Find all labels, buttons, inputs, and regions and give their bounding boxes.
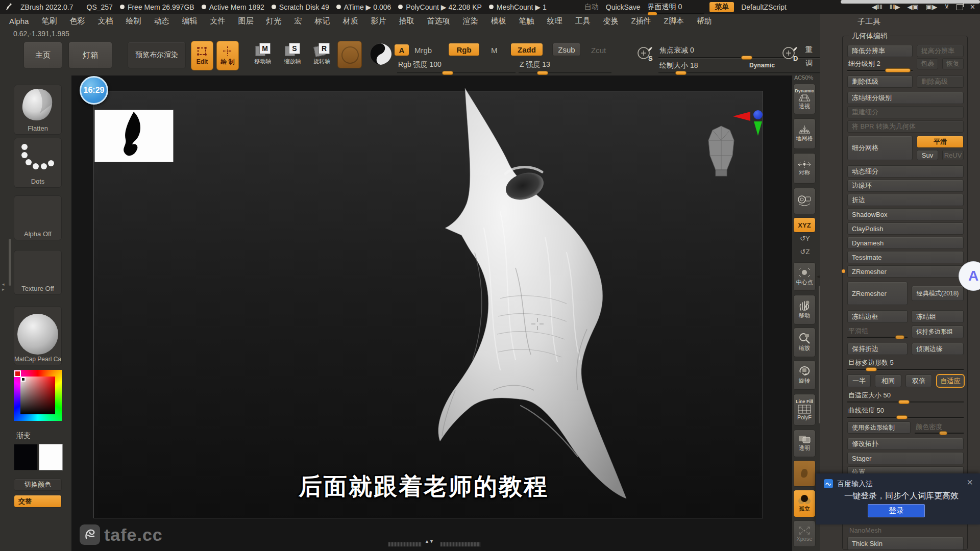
menu-picker[interactable]: 拾取 <box>399 16 414 26</box>
crease-row[interactable]: 折边 <box>847 194 964 206</box>
menu-draw[interactable]: 绘制 <box>126 16 141 26</box>
solo-button[interactable]: 孤立 <box>793 490 816 517</box>
lower-res-button[interactable]: 降低分辨率 <box>847 45 913 57</box>
divide-button[interactable]: 细分网格 <box>847 136 913 160</box>
adaptive-button[interactable]: 自适应 <box>936 374 965 388</box>
menu-zplugin[interactable]: Z插件 <box>631 16 651 26</box>
freeze-subdiv-button[interactable]: 冻结细分级别 <box>847 92 964 104</box>
restore-button[interactable] <box>957 4 963 10</box>
keep-creases-button[interactable]: 保持折边 <box>847 343 908 355</box>
edgeloop-row[interactable]: 边缘环 <box>847 180 964 192</box>
menu-zscript[interactable]: Z脚本 <box>664 16 684 26</box>
zscript-label[interactable]: DefaultZScript <box>741 3 787 11</box>
polyframe-button[interactable]: Line Fill PolyF <box>793 394 816 425</box>
alpha-slot-button[interactable]: Alpha Off <box>14 195 62 240</box>
menu-light[interactable]: 灯光 <box>266 16 281 26</box>
anchor-mode-button[interactable]: A <box>394 44 409 56</box>
quicksave-button[interactable]: QuickSave <box>606 3 641 11</box>
clipped-shelf-buttons[interactable]: 重调 <box>805 43 817 69</box>
menu-macro[interactable]: 宏 <box>294 16 302 26</box>
menu-edit[interactable]: 编辑 <box>182 16 197 26</box>
menu-transform[interactable]: 变换 <box>603 16 618 26</box>
axis-y-icon[interactable] <box>754 121 762 136</box>
zcut-button[interactable]: Zcut <box>591 46 606 55</box>
dynamic-label[interactable]: Dynamic <box>749 62 775 69</box>
focal-falloff-slider[interactable] <box>658 57 827 61</box>
stroke-preview-button[interactable] <box>369 42 393 66</box>
color-picker[interactable] <box>14 370 62 421</box>
gyro-rotate-button[interactable]: R 旋转轴 <box>309 43 335 71</box>
color-density-slider[interactable] <box>915 433 964 437</box>
mrgb-button[interactable]: Mrgb <box>414 46 432 55</box>
menu-alpha[interactable]: Alpha <box>9 17 29 26</box>
document-canvas[interactable]: 16:29 后面就跟着老师的教程 <box>71 76 792 551</box>
ime-login-button[interactable]: 登录 <box>868 504 925 517</box>
dynamic-subdiv-row[interactable]: 动态细分 <box>847 165 964 178</box>
ac50-button[interactable]: AC50% <box>794 74 813 81</box>
menu-file[interactable]: 文件 <box>210 16 225 26</box>
restore-button-panel[interactable]: 恢复 <box>942 58 964 69</box>
rotate-y-button[interactable]: ↺Y <box>796 235 814 242</box>
stroke-type-button[interactable]: Dots <box>14 138 62 188</box>
sv-square[interactable] <box>20 377 55 414</box>
material-button[interactable]: MatCap Pearl Ca <box>14 306 62 365</box>
stroke-falloff-d-button[interactable]: D <box>781 44 799 63</box>
hscrollbar-right[interactable] <box>440 542 481 547</box>
rgb-button[interactable]: Rgb <box>448 43 480 56</box>
current-brush-button[interactable]: Flatten <box>14 85 62 135</box>
dynamesh-row[interactable]: Dynamesh <box>847 237 964 249</box>
texture-slot-button[interactable]: Texture Off <box>14 250 62 295</box>
same-button[interactable]: 相同 <box>875 374 901 387</box>
convert-bpr-button[interactable]: 将 BPR 转换为几何体 <box>847 120 964 133</box>
edit-button[interactable]: Edit <box>191 41 213 70</box>
hscrollbar-left[interactable] <box>388 542 422 547</box>
tray-collapse-right-icon[interactable]: ‖‖▶ <box>890 3 900 11</box>
symmetry-button[interactable]: 对称 <box>793 153 816 184</box>
reconstruct-subdiv-button[interactable]: 重建细分 <box>847 106 964 118</box>
local-symmetry-button[interactable] <box>793 188 816 214</box>
menu-render[interactable]: 渲染 <box>462 16 478 26</box>
tray-collapse-left-icon[interactable]: ◀‖‖ <box>872 3 883 11</box>
menu-texture[interactable]: 纹理 <box>547 16 562 26</box>
thick-skin-row[interactable]: Thick Skin <box>847 537 964 550</box>
switch-color-button[interactable]: 切换颜色 <box>14 479 62 491</box>
keep-groups-button[interactable]: 保持多边形组 <box>912 325 964 338</box>
lightbox-button[interactable]: 灯箱 <box>68 42 112 68</box>
higher-res-button[interactable]: 提高分辨率 <box>917 45 964 57</box>
cage-button[interactable]: 包裹 <box>917 58 938 69</box>
zsub-button[interactable]: Zsub <box>552 43 581 56</box>
menu-preferences[interactable]: 首选项 <box>427 16 450 26</box>
secondary-color-swatch[interactable] <box>39 444 63 470</box>
double-button[interactable]: 双倍 <box>905 374 932 387</box>
transparent-button[interactable]: 透明 <box>793 430 816 457</box>
stager-row[interactable]: Stager <box>847 452 964 464</box>
minimize-button[interactable]: ⊻ <box>944 3 949 11</box>
zremesher-section-row[interactable]: ZRemesher <box>847 265 964 278</box>
menu-dynamic[interactable]: 动态 <box>154 16 169 26</box>
menu-movie[interactable]: 影片 <box>371 16 386 26</box>
menu-stroke[interactable]: 笔触 <box>519 16 534 26</box>
move-canvas-button[interactable]: 移动 <box>793 295 816 324</box>
stroke-falloff-s-button[interactable]: S <box>636 44 654 63</box>
freeze-border-button[interactable]: 冻结边框 <box>847 310 908 323</box>
xyz-symmetry-button[interactable]: XYZ <box>793 217 816 233</box>
frame-button[interactable]: 中心点 <box>793 262 816 291</box>
m-button[interactable]: M <box>491 46 498 55</box>
suv-button[interactable]: Suv <box>917 150 938 160</box>
menu-brush[interactable]: 笔刷 <box>41 16 57 26</box>
menu-material[interactable]: 材质 <box>342 16 358 26</box>
gyro-scale-button[interactable]: S 缩放轴 <box>280 43 305 71</box>
panel-top-scrollbar[interactable] <box>841 0 980 4</box>
nanomesh-row[interactable]: NanoMesh <box>849 527 881 534</box>
zremesher-button[interactable]: ZRemesher <box>847 282 908 305</box>
preview-boolean-button[interactable]: 预览布尔渲染 <box>128 42 186 68</box>
home-button[interactable]: 主页 <box>23 42 62 68</box>
menu-document[interactable]: 文档 <box>97 16 113 26</box>
detect-edges-button[interactable]: 侦测边缘 <box>912 343 964 355</box>
tessimate-row[interactable]: Tessimate <box>847 251 964 263</box>
menu-layer[interactable]: 图层 <box>238 16 253 26</box>
axis-z-icon[interactable] <box>753 110 763 119</box>
subtool-header[interactable]: 子工具 <box>857 17 880 27</box>
geometry-section-header[interactable]: 几何体编辑 <box>849 32 890 41</box>
ime-popup-close-icon[interactable]: × <box>967 477 973 488</box>
